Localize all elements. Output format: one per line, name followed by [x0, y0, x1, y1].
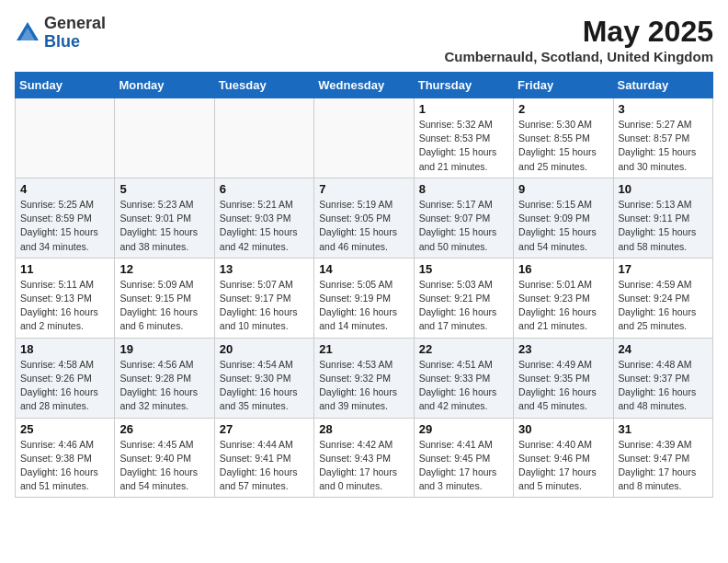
day-number: 25: [20, 422, 109, 436]
calendar-cell: 15Sunrise: 5:03 AM Sunset: 9:21 PM Dayli…: [414, 258, 513, 338]
day-info: Sunrise: 5:09 AM Sunset: 9:15 PM Dayligh…: [119, 278, 209, 334]
day-number: 16: [518, 262, 608, 276]
day-number: 31: [619, 422, 708, 436]
day-number: 1: [419, 102, 508, 116]
day-info: Sunrise: 4:59 AM Sunset: 9:24 PM Dayligh…: [619, 278, 708, 334]
day-info: Sunrise: 5:23 AM Sunset: 9:01 PM Dayligh…: [119, 198, 209, 254]
calendar-cell: 26Sunrise: 4:45 AM Sunset: 9:40 PM Dayli…: [115, 418, 214, 498]
day-header-friday: Friday: [514, 73, 613, 98]
week-row: 4Sunrise: 5:25 AM Sunset: 8:59 PM Daylig…: [16, 178, 713, 258]
calendar-cell: 6Sunrise: 5:21 AM Sunset: 9:03 PM Daylig…: [214, 178, 313, 258]
day-number: 9: [518, 182, 608, 196]
calendar-cell: 11Sunrise: 5:11 AM Sunset: 9:13 PM Dayli…: [16, 258, 115, 338]
day-number: 2: [518, 102, 608, 116]
calendar-cell: 24Sunrise: 4:48 AM Sunset: 9:37 PM Dayli…: [613, 338, 712, 418]
day-info: Sunrise: 4:48 AM Sunset: 9:37 PM Dayligh…: [619, 358, 708, 414]
calendar-cell: 23Sunrise: 4:49 AM Sunset: 9:35 PM Dayli…: [514, 338, 613, 418]
day-info: Sunrise: 5:01 AM Sunset: 9:23 PM Dayligh…: [518, 278, 608, 334]
day-info: Sunrise: 4:44 AM Sunset: 9:41 PM Dayligh…: [220, 438, 309, 494]
day-info: Sunrise: 5:15 AM Sunset: 9:09 PM Dayligh…: [518, 198, 608, 254]
days-header-row: SundayMondayTuesdayWednesdayThursdayFrid…: [16, 73, 713, 98]
title-block: May 2025 Cumbernauld, Scotland, United K…: [445, 15, 714, 64]
logo-icon: [15, 20, 40, 46]
calendar-cell: 2Sunrise: 5:30 AM Sunset: 8:55 PM Daylig…: [514, 98, 613, 178]
day-info: Sunrise: 5:32 AM Sunset: 8:53 PM Dayligh…: [419, 118, 508, 174]
day-info: Sunrise: 4:40 AM Sunset: 9:46 PM Dayligh…: [518, 438, 608, 494]
calendar-cell: 5Sunrise: 5:23 AM Sunset: 9:01 PM Daylig…: [115, 178, 214, 258]
day-number: 27: [220, 422, 309, 436]
day-info: Sunrise: 5:17 AM Sunset: 9:07 PM Dayligh…: [419, 198, 508, 254]
day-info: Sunrise: 5:30 AM Sunset: 8:55 PM Dayligh…: [518, 118, 608, 174]
day-number: 5: [119, 182, 209, 196]
location: Cumbernauld, Scotland, United Kingdom: [445, 49, 714, 64]
day-info: Sunrise: 4:42 AM Sunset: 9:43 PM Dayligh…: [319, 438, 408, 494]
day-info: Sunrise: 4:49 AM Sunset: 9:35 PM Dayligh…: [518, 358, 608, 414]
day-number: 28: [319, 422, 408, 436]
calendar-cell: 20Sunrise: 4:54 AM Sunset: 9:30 PM Dayli…: [214, 338, 313, 418]
day-number: 17: [619, 262, 708, 276]
day-number: 26: [119, 422, 209, 436]
calendar-cell: 21Sunrise: 4:53 AM Sunset: 9:32 PM Dayli…: [314, 338, 414, 418]
calendar-table: SundayMondayTuesdayWednesdayThursdayFrid…: [15, 72, 713, 498]
day-number: 3: [619, 102, 708, 116]
month-title: May 2025: [445, 15, 714, 49]
day-number: 23: [518, 342, 608, 356]
day-header-wednesday: Wednesday: [314, 73, 414, 98]
calendar-cell: 7Sunrise: 5:19 AM Sunset: 9:05 PM Daylig…: [314, 178, 414, 258]
logo-general: General: [44, 14, 106, 32]
day-info: Sunrise: 5:05 AM Sunset: 9:19 PM Dayligh…: [319, 278, 408, 334]
day-number: 19: [119, 342, 209, 356]
calendar-cell: 29Sunrise: 4:41 AM Sunset: 9:45 PM Dayli…: [414, 418, 513, 498]
week-row: 1Sunrise: 5:32 AM Sunset: 8:53 PM Daylig…: [16, 98, 713, 178]
day-info: Sunrise: 4:41 AM Sunset: 9:45 PM Dayligh…: [419, 438, 508, 494]
logo: General Blue: [15, 15, 106, 52]
day-number: 29: [419, 422, 508, 436]
page-header: General Blue May 2025 Cumbernauld, Scotl…: [15, 15, 713, 64]
calendar-cell: 12Sunrise: 5:09 AM Sunset: 9:15 PM Dayli…: [115, 258, 214, 338]
day-number: 4: [20, 182, 109, 196]
day-number: 22: [419, 342, 508, 356]
day-number: 20: [220, 342, 309, 356]
day-info: Sunrise: 5:03 AM Sunset: 9:21 PM Dayligh…: [419, 278, 508, 334]
calendar-cell: 10Sunrise: 5:13 AM Sunset: 9:11 PM Dayli…: [613, 178, 712, 258]
day-info: Sunrise: 4:46 AM Sunset: 9:38 PM Dayligh…: [20, 438, 109, 494]
day-number: 11: [20, 262, 109, 276]
day-info: Sunrise: 4:58 AM Sunset: 9:26 PM Dayligh…: [20, 358, 109, 414]
day-info: Sunrise: 4:39 AM Sunset: 9:47 PM Dayligh…: [619, 438, 708, 494]
day-info: Sunrise: 4:53 AM Sunset: 9:32 PM Dayligh…: [319, 358, 408, 414]
day-number: 18: [20, 342, 109, 356]
calendar-cell: 25Sunrise: 4:46 AM Sunset: 9:38 PM Dayli…: [16, 418, 115, 498]
calendar-cell: 28Sunrise: 4:42 AM Sunset: 9:43 PM Dayli…: [314, 418, 414, 498]
day-info: Sunrise: 5:21 AM Sunset: 9:03 PM Dayligh…: [220, 198, 309, 254]
calendar-cell: 8Sunrise: 5:17 AM Sunset: 9:07 PM Daylig…: [414, 178, 513, 258]
day-info: Sunrise: 5:27 AM Sunset: 8:57 PM Dayligh…: [619, 118, 708, 174]
day-info: Sunrise: 4:51 AM Sunset: 9:33 PM Dayligh…: [419, 358, 508, 414]
calendar-cell: [16, 98, 115, 178]
day-info: Sunrise: 4:56 AM Sunset: 9:28 PM Dayligh…: [119, 358, 209, 414]
calendar-cell: 13Sunrise: 5:07 AM Sunset: 9:17 PM Dayli…: [214, 258, 313, 338]
day-header-sunday: Sunday: [16, 73, 115, 98]
calendar-cell: 3Sunrise: 5:27 AM Sunset: 8:57 PM Daylig…: [613, 98, 712, 178]
calendar-cell: [214, 98, 313, 178]
day-info: Sunrise: 5:25 AM Sunset: 8:59 PM Dayligh…: [20, 198, 109, 254]
calendar-cell: 30Sunrise: 4:40 AM Sunset: 9:46 PM Dayli…: [514, 418, 613, 498]
calendar-cell: 16Sunrise: 5:01 AM Sunset: 9:23 PM Dayli…: [514, 258, 613, 338]
day-info: Sunrise: 5:13 AM Sunset: 9:11 PM Dayligh…: [619, 198, 708, 254]
day-info: Sunrise: 5:19 AM Sunset: 9:05 PM Dayligh…: [319, 198, 408, 254]
calendar-cell: 18Sunrise: 4:58 AM Sunset: 9:26 PM Dayli…: [16, 338, 115, 418]
calendar-cell: 31Sunrise: 4:39 AM Sunset: 9:47 PM Dayli…: [613, 418, 712, 498]
week-row: 11Sunrise: 5:11 AM Sunset: 9:13 PM Dayli…: [16, 258, 713, 338]
day-header-monday: Monday: [115, 73, 214, 98]
day-number: 21: [319, 342, 408, 356]
logo-blue: Blue: [44, 32, 80, 51]
day-info: Sunrise: 4:45 AM Sunset: 9:40 PM Dayligh…: [119, 438, 209, 494]
day-number: 10: [619, 182, 708, 196]
calendar-cell: 14Sunrise: 5:05 AM Sunset: 9:19 PM Dayli…: [314, 258, 414, 338]
calendar-cell: 9Sunrise: 5:15 AM Sunset: 9:09 PM Daylig…: [514, 178, 613, 258]
day-number: 13: [220, 262, 309, 276]
day-info: Sunrise: 4:54 AM Sunset: 9:30 PM Dayligh…: [220, 358, 309, 414]
day-number: 15: [419, 262, 508, 276]
day-number: 6: [220, 182, 309, 196]
day-number: 8: [419, 182, 508, 196]
week-row: 18Sunrise: 4:58 AM Sunset: 9:26 PM Dayli…: [16, 338, 713, 418]
